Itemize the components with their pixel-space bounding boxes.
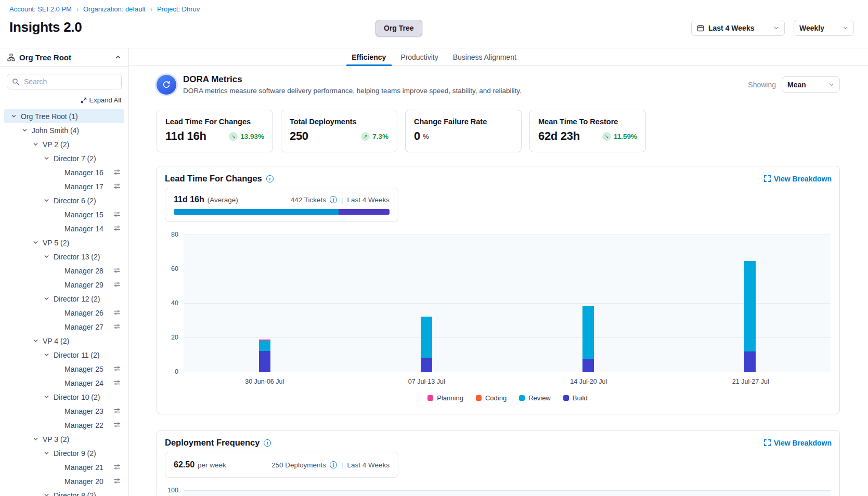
expand-all-button[interactable]: Expand All [0,89,128,108]
tree-node-manager-25[interactable]: Manager 25 [4,362,124,376]
tree-node-manager-16[interactable]: Manager 16 [4,165,124,179]
stage-segment-review [174,209,339,215]
legend-item-build[interactable]: Build [563,394,588,402]
tree-node-manager-15[interactable]: Manager 15 [4,207,124,221]
sliders-icon[interactable] [113,267,121,274]
date-range-select[interactable]: Last 4 Weeks [691,20,785,36]
tree-node-vp-2-2[interactable]: VP 2 (2) [4,137,124,151]
sliders-icon[interactable] [113,323,121,330]
chevron-down-icon[interactable] [31,141,40,147]
sliders-icon[interactable] [113,407,121,414]
chevron-down-icon[interactable] [31,436,40,442]
sliders-icon[interactable] [113,225,121,232]
tree-node-director-7-2[interactable]: Director 7 (2) [4,151,124,165]
info-icon[interactable] [330,461,337,468]
metric-value-row: 0% [414,129,513,143]
tree-node-director-9-2[interactable]: Director 9 (2) [4,446,124,460]
tree-node-manager-21[interactable]: Manager 21 [4,460,124,474]
chevron-down-icon[interactable] [42,296,50,302]
chevron-down-icon[interactable] [42,254,50,259]
tree-node-director-12-2[interactable]: Director 12 (2) [4,292,124,306]
legend-item-review[interactable]: Review [519,394,551,402]
granularity-select[interactable]: Weekly [794,20,854,36]
tree-node-manager-27[interactable]: Manager 27 [4,320,124,334]
tree-node-john-smith-4[interactable]: John Smith (4) [4,123,124,137]
chevron-down-icon[interactable] [42,394,50,400]
sliders-icon[interactable] [113,421,121,428]
metric-value-row: 11d 16h↘13.93% [165,129,264,143]
tree-node-director-8-2[interactable]: Director 8 (2) [4,488,124,496]
tab-efficiency[interactable]: Efficiency [350,48,387,66]
showing-select[interactable]: Mean [782,76,840,93]
sliders-icon[interactable] [113,379,121,386]
tree-node-manager-14[interactable]: Manager 14 [4,221,124,236]
sliders-icon[interactable] [113,365,121,372]
chevron-down-icon[interactable] [42,352,50,358]
lead-time-view-breakdown-link[interactable]: View Breakdown [764,175,832,183]
tree-node-org-tree-root-1[interactable]: Org Tree Root (1) [4,109,124,123]
org-tree-button[interactable]: Org Tree [375,20,422,36]
deployment-plot-area [184,490,831,496]
x-tick-07-jul-13-jul: 07 Jul-13 Jul [369,378,484,385]
sliders-icon[interactable] [113,477,121,485]
tree-node-manager-29[interactable]: Manager 29 [4,278,124,292]
bar-30-jun-06-jul[interactable] [259,340,270,372]
tree-node-label: VP 5 (2) [43,239,69,247]
deployment-view-breakdown-link[interactable]: View Breakdown [764,439,832,447]
tree-node-manager-20[interactable]: Manager 20 [4,474,124,488]
sliders-icon[interactable] [113,463,121,471]
chevron-down-icon[interactable] [42,450,50,456]
tree-node-manager-24[interactable]: Manager 24 [4,376,124,390]
tab-productivity[interactable]: Productivity [399,48,439,66]
tree-node-manager-26[interactable]: Manager 26 [4,306,124,320]
tree-node-director-13-2[interactable]: Director 13 (2) [4,250,124,264]
bar-segment-build [582,359,594,372]
sliders-icon[interactable] [113,281,121,288]
tree-node-vp-4-2[interactable]: VP 4 (2) [4,334,124,348]
info-icon[interactable] [266,175,274,182]
sliders-icon[interactable] [113,182,121,190]
deployment-title-text: Deployment Frequency [165,438,260,448]
chevron-down-icon[interactable] [42,492,50,496]
stage-segment-build [339,209,390,215]
chevron-down-icon[interactable] [9,113,18,119]
dora-header: DORA Metrics DORA metrics measure softwa… [157,74,840,95]
bar-21-jul-27-jul[interactable] [744,261,756,372]
breadcrumb-link-account[interactable]: Account: SEI 2.0 PM [9,5,72,13]
chevron-down-icon [828,82,834,87]
tree-node-manager-28[interactable]: Manager 28 [4,264,124,278]
chevron-down-icon[interactable] [31,338,40,344]
chevron-down-icon[interactable] [31,240,40,245]
chevron-down-icon[interactable] [42,198,50,203]
info-icon[interactable] [264,439,271,447]
legend-item-planning[interactable]: Planning [427,394,463,402]
tree-node-director-10-2[interactable]: Director 10 (2) [4,390,124,404]
metric-card-value: 0 [414,129,420,143]
expand-breakdown-icon [764,175,771,182]
bar-07-jul-13-jul[interactable] [421,317,432,372]
page-title: Insights 2.0 [9,19,82,35]
tree-node-manager-23[interactable]: Manager 23 [4,404,124,418]
info-icon[interactable] [330,196,337,203]
tree-node-director-6-2[interactable]: Director 6 (2) [4,193,124,207]
sliders-icon[interactable] [113,309,121,316]
tree-node-manager-17[interactable]: Manager 17 [4,179,124,193]
chevron-down-icon[interactable] [20,127,29,133]
bar-14-jul-20-jul[interactable] [582,306,594,372]
tree-node-director-11-2[interactable]: Director 11 (2) [4,348,124,362]
collapse-sidebar-icon[interactable] [115,54,121,60]
bar-segment-review [259,341,270,351]
sliders-icon[interactable] [113,168,121,176]
search-input[interactable] [7,74,122,89]
tree-node-vp-3-2[interactable]: VP 3 (2) [4,432,124,446]
legend-item-coding[interactable]: Coding [476,394,507,402]
tab-business-alignment[interactable]: Business Alignment [451,48,518,66]
tree-node-vp-5-2[interactable]: VP 5 (2) [4,236,124,250]
breadcrumb-link-organization[interactable]: Organization: default [83,5,146,13]
deployment-frequency-section: Deployment Frequency View Breakdown [157,430,840,496]
sliders-icon[interactable] [113,211,121,218]
breadcrumb-link-project[interactable]: Project: Dhruv [157,5,200,13]
lead-time-average-qualifier: (Average) [208,196,238,204]
tree-node-manager-22[interactable]: Manager 22 [4,418,124,432]
chevron-down-icon[interactable] [42,155,50,161]
